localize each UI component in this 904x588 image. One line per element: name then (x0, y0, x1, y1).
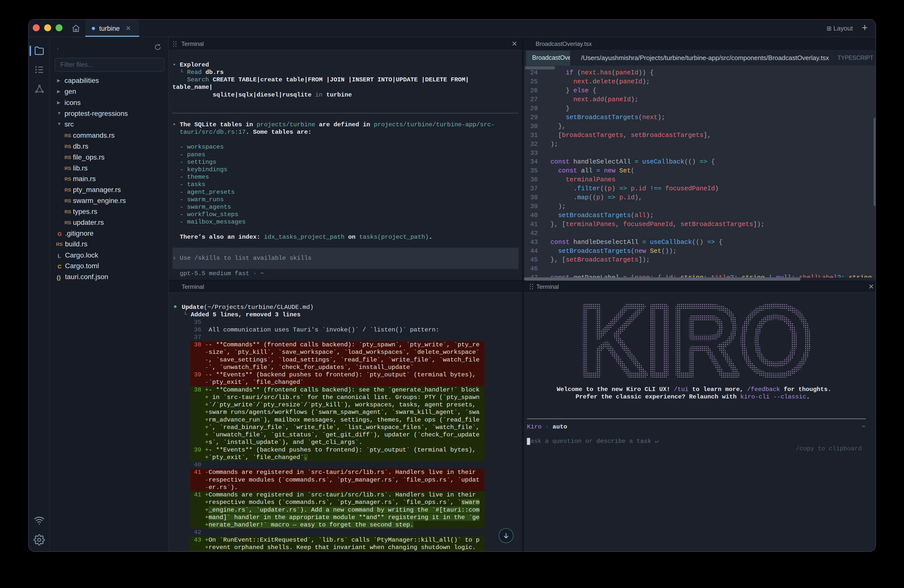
svg-text:KIRO: KIRO (579, 300, 812, 378)
